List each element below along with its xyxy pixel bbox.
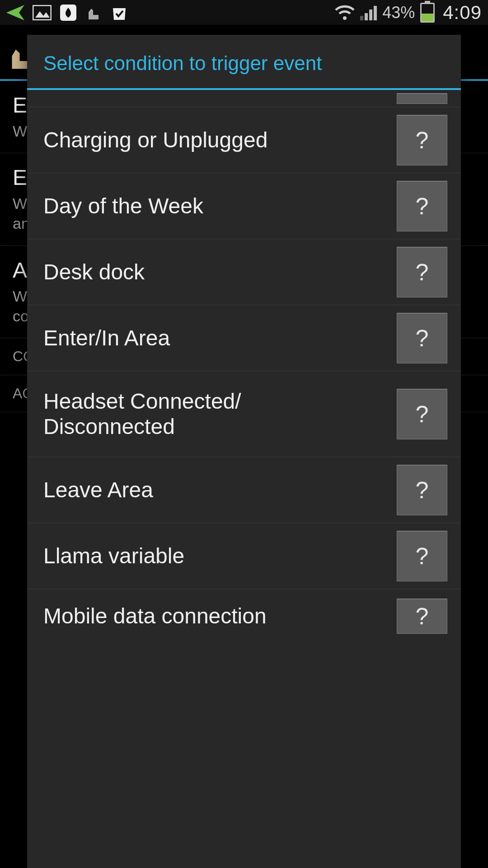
- wifi-icon: [335, 5, 355, 21]
- help-button[interactable]: [397, 93, 447, 104]
- battery-icon: [420, 3, 435, 23]
- svg-point-4: [343, 16, 347, 20]
- condition-row[interactable]: Desk dock ?: [27, 239, 461, 305]
- condition-label: Day of the Week: [43, 193, 388, 218]
- dialog-title: Select condition to trigger event: [27, 35, 461, 90]
- status-right: 43% 4:09: [335, 2, 482, 24]
- battery-percent: 43%: [382, 3, 415, 22]
- svg-rect-1: [33, 5, 51, 20]
- condition-row[interactable]: Leave Area ?: [27, 457, 461, 523]
- condition-row[interactable]: Mobile data connection ?: [27, 589, 461, 643]
- condition-list[interactable]: Charging or Unplugged ? Day of the Week …: [27, 90, 461, 868]
- shopping-check-icon: [110, 4, 128, 22]
- condition-row[interactable]: Day of the Week ?: [27, 173, 461, 239]
- drop-icon: [60, 4, 77, 21]
- status-left: [6, 4, 128, 22]
- paper-plane-icon: [6, 5, 24, 20]
- condition-label: Llama variable: [43, 543, 388, 568]
- svg-marker-2: [35, 11, 50, 18]
- condition-label: Enter/In Area: [43, 326, 388, 350]
- help-button[interactable]: ?: [397, 465, 447, 515]
- condition-label: Headset Connected/ Disconnected: [43, 389, 388, 439]
- clock: 4:09: [443, 2, 482, 24]
- help-button[interactable]: ?: [397, 389, 447, 439]
- condition-row[interactable]: Llama variable ?: [27, 523, 461, 589]
- condition-dialog: Select condition to trigger event Chargi…: [27, 35, 461, 868]
- status-bar: 43% 4:09: [0, 0, 488, 25]
- help-button[interactable]: ?: [397, 115, 447, 165]
- condition-row[interactable]: Charging or Unplugged ?: [27, 107, 461, 173]
- help-button[interactable]: ?: [397, 599, 447, 634]
- help-button[interactable]: ?: [397, 531, 447, 581]
- svg-marker-0: [6, 5, 24, 20]
- condition-row[interactable]: Enter/In Area ?: [27, 305, 461, 371]
- condition-label: Charging or Unplugged: [43, 127, 388, 152]
- condition-row[interactable]: [27, 90, 461, 107]
- llama-icon: [85, 4, 102, 21]
- help-button[interactable]: ?: [397, 181, 447, 231]
- condition-label: Desk dock: [43, 259, 388, 284]
- help-button[interactable]: ?: [397, 313, 447, 363]
- condition-row[interactable]: Headset Connected/ Disconnected ?: [27, 371, 461, 457]
- help-button[interactable]: ?: [397, 247, 447, 297]
- image-icon: [33, 5, 52, 20]
- condition-label: Mobile data connection: [43, 604, 388, 628]
- signal-icon: [360, 5, 377, 20]
- condition-label: Leave Area: [43, 477, 388, 502]
